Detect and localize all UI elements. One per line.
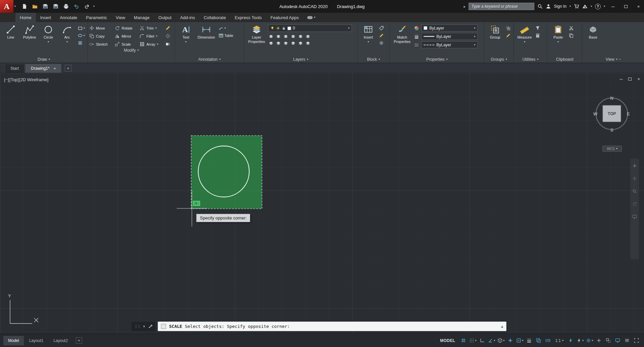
- open-file-button[interactable]: [31, 2, 39, 10]
- plot-button[interactable]: [62, 2, 70, 10]
- panel-label-layers[interactable]: Layers▾: [244, 56, 357, 63]
- app-menu-caret-icon[interactable]: ▾: [14, 5, 16, 8]
- ellipse-button[interactable]: ▾: [78, 33, 85, 38]
- drawing-canvas[interactable]: [−] [Top] [2D Wireframe] ─ × N W E S TOP…: [0, 73, 644, 334]
- circle-button[interactable]: Circle▾: [39, 23, 57, 56]
- panel-label-utilities[interactable]: Utilities▾: [514, 56, 547, 63]
- layer-on-icon[interactable]: [270, 26, 274, 30]
- layer-previous-button[interactable]: [298, 41, 303, 45]
- command-history-toggle-icon[interactable]: ▲: [501, 325, 503, 328]
- caret-down-icon[interactable]: ▾: [348, 27, 350, 30]
- layer-properties-button[interactable]: Layer Properties: [246, 23, 267, 56]
- rectangle-button[interactable]: ▾: [78, 26, 85, 31]
- caret-down-icon[interactable]: ▾: [522, 339, 523, 342]
- insert-block-button[interactable]: Insert▾: [359, 23, 377, 56]
- hatch-button[interactable]: [78, 41, 85, 45]
- autodesk-caret-icon[interactable]: ▾: [591, 5, 592, 8]
- caret-down-icon[interactable]: ▾: [155, 27, 157, 30]
- customization-button[interactable]: [623, 336, 631, 345]
- linetype-icon[interactable]: [414, 43, 420, 47]
- orbit-icon[interactable]: [632, 202, 637, 206]
- drawing-close-icon[interactable]: ×: [637, 77, 640, 82]
- grip-dots-icon[interactable]: ⋮⋮: [134, 324, 140, 329]
- isometric-drafting-toggle[interactable]: ▾: [497, 336, 505, 345]
- leader-button[interactable]: ▾: [219, 26, 233, 31]
- new-drawing-tab-button[interactable]: +: [65, 65, 71, 71]
- erase-button[interactable]: [165, 26, 173, 31]
- fillet-button[interactable]: Fillet▾: [140, 34, 161, 39]
- command-close-icon[interactable]: ×: [143, 324, 145, 329]
- search-expand-icon[interactable]: ▸: [464, 5, 466, 8]
- base-view-button[interactable]: Base: [584, 23, 602, 56]
- panel-label-draw[interactable]: Draw▾: [0, 56, 88, 63]
- object-snap-tracking-toggle[interactable]: [506, 336, 515, 345]
- quick-calculator-button[interactable]: [535, 33, 540, 38]
- ribbon-tab-express-tools[interactable]: Express Tools: [230, 13, 266, 22]
- caret-down-icon[interactable]: ▾: [156, 35, 157, 38]
- panel-label-modify[interactable]: Modify▾: [88, 47, 175, 54]
- stretch-button[interactable]: Stretch: [89, 42, 110, 47]
- layout-tab-model[interactable]: Model: [3, 336, 24, 345]
- selection-cycling-toggle[interactable]: [534, 336, 543, 345]
- save-button[interactable]: [41, 2, 49, 10]
- caret-down-icon[interactable]: ▾: [494, 339, 495, 342]
- move-button[interactable]: Move: [89, 26, 110, 31]
- layer-lock-button[interactable]: [291, 34, 296, 39]
- lineweight-dropdown[interactable]: ByLayer▾: [421, 33, 478, 40]
- caret-down-icon[interactable]: ▾: [157, 43, 158, 46]
- redo-button[interactable]: [83, 2, 91, 10]
- caret-down-icon[interactable]: ▾: [524, 41, 525, 43]
- ungroup-button[interactable]: [506, 26, 511, 31]
- layer-walk-button[interactable]: [306, 41, 310, 45]
- drawing-restore-icon[interactable]: [628, 77, 632, 82]
- caret-down-icon[interactable]: ▾: [84, 34, 85, 37]
- command-line-grip[interactable]: ⋮⋮ ×: [131, 322, 155, 331]
- caret-down-icon[interactable]: ▾: [84, 27, 85, 30]
- caret-down-icon[interactable]: ▾: [475, 339, 476, 342]
- panel-label-groups[interactable]: Groups▾: [484, 56, 514, 63]
- text-button[interactable]: Text▾: [177, 23, 195, 56]
- panel-label-block[interactable]: Block▾: [358, 56, 389, 63]
- ribbon-tab-home[interactable]: Home: [15, 13, 36, 22]
- app-logo-button[interactable]: A: [0, 0, 13, 13]
- layer-dropdown[interactable]: 0 ▾: [268, 24, 352, 32]
- isolate-objects-button[interactable]: [604, 336, 612, 345]
- ribbon-tab-collaborate[interactable]: Collaborate: [199, 13, 230, 22]
- lineweight-icon[interactable]: [414, 34, 420, 39]
- viewport-visual-style-control[interactable]: [2D Wireframe]: [19, 77, 48, 82]
- array-button[interactable]: Array▾: [140, 42, 161, 47]
- panel-label-annotation[interactable]: Annotation▾: [175, 56, 244, 63]
- layer-color-swatch[interactable]: [287, 27, 291, 30]
- save-as-button[interactable]: [52, 2, 60, 10]
- snap-mode-toggle[interactable]: ▾: [469, 336, 477, 345]
- caret-down-icon[interactable]: ▾: [503, 339, 504, 342]
- layer-freeze-icon[interactable]: [276, 26, 280, 30]
- viewcube-north[interactable]: N: [610, 96, 613, 101]
- annotation-autoscale-toggle[interactable]: ▾: [576, 336, 584, 345]
- grid-toggle[interactable]: [459, 336, 468, 345]
- group-button[interactable]: Group: [486, 23, 504, 56]
- viewcube-east[interactable]: E: [627, 111, 630, 116]
- layer-unlock-button[interactable]: [291, 41, 296, 45]
- view-cube[interactable]: N W E S TOP: [592, 92, 632, 136]
- model-space-label[interactable]: MODEL: [440, 338, 455, 343]
- caret-down-icon[interactable]: ▾: [474, 27, 475, 30]
- zoom-icon[interactable]: [632, 189, 637, 194]
- workspace-switcher-button[interactable]: ▾: [585, 336, 594, 345]
- annotation-scale-button[interactable]: 1:1▾: [553, 338, 566, 343]
- layer-match-button[interactable]: [306, 34, 310, 39]
- ribbon-tab-insert[interactable]: Insert: [36, 13, 56, 22]
- viewcube-south[interactable]: S: [610, 128, 613, 133]
- viewport-view-control[interactable]: [Top]: [9, 77, 19, 82]
- group-edit-button[interactable]: [506, 33, 511, 38]
- cut-button[interactable]: [569, 26, 574, 31]
- caret-down-icon[interactable]: ▾: [557, 41, 559, 43]
- layer-thaw-all-button[interactable]: [283, 41, 288, 45]
- dynamic-input-toggle[interactable]: [544, 336, 552, 345]
- command-text[interactable]: SCALESelect objects: Specify opposite co…: [169, 324, 290, 329]
- caret-down-icon[interactable]: ▾: [66, 41, 68, 43]
- copy-clip-button[interactable]: [569, 33, 574, 38]
- layer-unisolate-button[interactable]: [276, 41, 281, 45]
- layer-on-all-button[interactable]: [269, 41, 273, 45]
- table-button[interactable]: Table: [219, 33, 233, 38]
